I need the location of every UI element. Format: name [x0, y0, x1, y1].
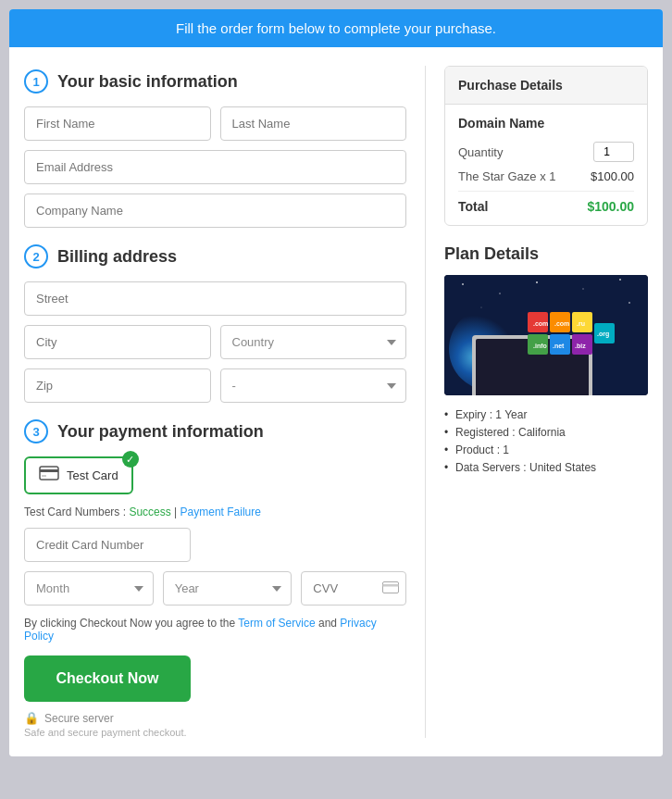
email-input[interactable]: [24, 150, 406, 184]
quantity-input[interactable]: [593, 142, 634, 162]
zip-state-row: -: [24, 368, 406, 403]
svg-text:.com: .com: [554, 320, 569, 327]
svg-text:.org: .org: [597, 331, 609, 338]
cc-number-row: [24, 528, 406, 562]
test-card-label: Test Card Numbers :: [24, 506, 126, 518]
card-check-icon: ✓: [122, 451, 139, 468]
svg-rect-1: [40, 469, 58, 472]
plan-bullet: Product : 1: [444, 443, 648, 456]
quantity-row: Quantity: [458, 142, 634, 162]
lock-icon: 🔒: [24, 711, 39, 725]
city-country-row: Country: [24, 325, 406, 359]
right-panel: Purchase Details Domain Name Quantity Th…: [426, 66, 648, 738]
svg-point-12: [628, 302, 630, 304]
checkout-button[interactable]: Checkout Now: [24, 655, 191, 702]
state-select[interactable]: -: [220, 368, 407, 403]
svg-point-7: [499, 293, 501, 294]
quantity-label: Quantity: [458, 145, 503, 159]
section3-number: 3: [24, 419, 48, 443]
test-card-info: Test Card Numbers : Success | Payment Fa…: [24, 506, 406, 518]
plan-bullet: Registered : California: [444, 426, 648, 439]
secure-info: 🔒 Secure server: [24, 711, 406, 725]
section3-title: Your payment information: [57, 422, 264, 442]
failure-link[interactable]: Payment Failure: [180, 506, 261, 518]
purchase-details-body: Domain Name Quantity The Star Gaze x 1 $…: [445, 105, 647, 225]
first-name-input[interactable]: [24, 106, 211, 141]
terms-prefix: By clicking Checkout Now you agree to th…: [24, 617, 235, 630]
plan-details: Plan Details: [444, 244, 648, 474]
company-row: [24, 194, 406, 228]
company-input[interactable]: [24, 194, 406, 228]
email-row: [24, 150, 406, 184]
section2-header: 2 Billing address: [24, 244, 406, 268]
item-price: $100.00: [591, 169, 634, 183]
item-label: The Star Gaze x 1: [458, 169, 556, 183]
section3-header: 3 Your payment information: [24, 419, 406, 443]
plan-bullet: Expiry : 1 Year: [444, 408, 648, 421]
terms-link[interactable]: Term of Service: [238, 617, 315, 630]
total-value: $100.00: [587, 199, 634, 214]
test-card-separator: |: [174, 506, 177, 518]
terms-middle: and: [318, 617, 337, 630]
cvv-wrapper: [301, 571, 406, 605]
street-input[interactable]: [24, 281, 406, 316]
cvv-card-icon: [382, 581, 399, 597]
card-label: Test Card: [67, 468, 118, 482]
svg-point-9: [582, 288, 583, 289]
month-select[interactable]: Month: [24, 571, 154, 605]
svg-rect-4: [383, 584, 399, 587]
svg-point-8: [536, 281, 538, 283]
banner-text: Fill the order form below to complete yo…: [176, 20, 496, 36]
credit-card-icon: [39, 466, 59, 485]
secure-text: Safe and secure payment checkout.: [24, 727, 406, 738]
svg-rect-0: [40, 467, 58, 480]
svg-text:.net: .net: [553, 343, 565, 349]
test-card-option[interactable]: ✓ Test Card: [24, 456, 133, 494]
top-banner: Fill the order form below to complete yo…: [9, 9, 663, 47]
terms-text: By clicking Checkout Now you agree to th…: [24, 617, 406, 643]
plan-details-title: Plan Details: [444, 244, 648, 264]
total-label: Total: [458, 199, 488, 214]
last-name-input[interactable]: [220, 106, 407, 141]
item-row: The Star Gaze x 1 $100.00: [458, 169, 634, 183]
svg-text:.com: .com: [533, 320, 548, 327]
plan-bullet: Data Servers : United States: [444, 461, 648, 474]
plan-bullets: Expiry : 1 YearRegistered : CaliforniaPr…: [444, 408, 648, 474]
zip-input[interactable]: [24, 368, 211, 403]
main-content: 1 Your basic information 2 Billing addre…: [9, 47, 663, 756]
section2-title: Billing address: [57, 247, 177, 267]
svg-point-10: [619, 279, 621, 281]
svg-point-11: [480, 306, 481, 307]
total-row: Total $100.00: [458, 191, 634, 214]
country-select[interactable]: Country: [220, 325, 407, 359]
payment-options: ✓ Test Card: [24, 456, 406, 494]
svg-point-6: [462, 283, 464, 285]
svg-rect-2: [42, 475, 46, 477]
section2-number: 2: [24, 244, 48, 268]
secure-label: Secure server: [44, 712, 114, 725]
year-select[interactable]: Year: [163, 571, 292, 605]
expiry-cvv-row: Month Year: [24, 571, 406, 605]
section1-header: 1 Your basic information: [24, 69, 406, 94]
svg-text:.info: .info: [533, 343, 547, 349]
cc-number-input[interactable]: [24, 528, 191, 562]
svg-text:.ru: .ru: [577, 320, 585, 327]
purchase-details-header: Purchase Details: [445, 67, 647, 105]
svg-text:.biz: .biz: [575, 343, 586, 349]
city-input[interactable]: [24, 325, 211, 359]
svg-rect-3: [383, 581, 399, 593]
left-panel: 1 Your basic information 2 Billing addre…: [24, 66, 426, 738]
section1-title: Your basic information: [57, 72, 238, 92]
street-row: [24, 281, 406, 316]
domain-name-label: Domain Name: [458, 116, 634, 131]
page-wrapper: Fill the order form below to complete yo…: [9, 9, 663, 756]
name-row: [24, 106, 406, 141]
purchase-details-box: Purchase Details Domain Name Quantity Th…: [444, 66, 648, 226]
plan-image: .com .com .ru .info .net .biz .org: [444, 275, 648, 395]
success-link[interactable]: Success: [129, 506, 170, 518]
section1-number: 1: [24, 69, 48, 94]
